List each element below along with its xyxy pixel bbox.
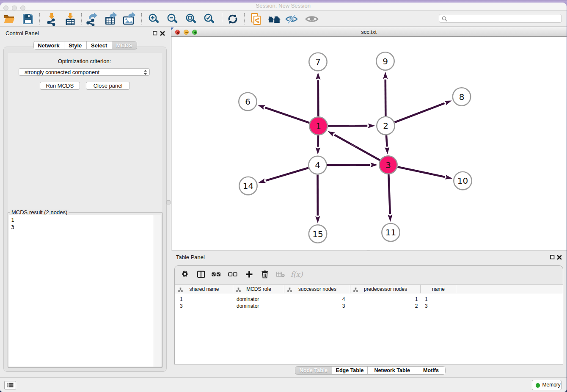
- table-cell: 1: [175, 296, 233, 303]
- toolbar-separator: [141, 13, 142, 25]
- edge-2-9[interactable]: [385, 80, 385, 116]
- node-label-14: 14: [242, 181, 253, 191]
- close-panel-button[interactable]: Close panel: [86, 82, 130, 90]
- memory-button[interactable]: Memory: [532, 380, 561, 390]
- table-settings-gear-icon[interactable]: [181, 271, 189, 279]
- table-panel-float-icon[interactable]: [549, 254, 555, 260]
- column-header-name[interactable]: name: [421, 285, 456, 294]
- network-frame-titlebar[interactable]: scc.txt: [171, 28, 567, 37]
- fx-label: f(x): [290, 270, 303, 279]
- search-input[interactable]: [449, 15, 559, 22]
- toolbar-separator: [39, 13, 40, 25]
- tab-mcds[interactable]: MCDS: [112, 41, 137, 49]
- network-frame: scc.txt 1234678910111415: [171, 28, 567, 251]
- chevron-up-down-icon: [143, 69, 147, 75]
- control-panel-close-icon[interactable]: [160, 30, 165, 36]
- result-scrollbar[interactable]: [154, 215, 161, 367]
- zoom-fit-icon[interactable]: [183, 11, 198, 27]
- zoom-in-icon[interactable]: [146, 11, 161, 27]
- open-session-icon[interactable]: [2, 11, 17, 27]
- node-label-1: 1: [316, 121, 321, 131]
- table-cell: 4: [284, 296, 350, 303]
- column-header-shared-name[interactable]: shared name: [175, 285, 233, 294]
- arrowhead-1-7: [316, 72, 320, 80]
- network-canvas[interactable]: 1234678910111415: [172, 37, 567, 251]
- zoom-selected-icon[interactable]: [201, 11, 217, 27]
- edge-1-6[interactable]: [265, 108, 309, 123]
- table-panel-tabs: Node TableEdge TableNetwork TableMotifs: [295, 366, 446, 375]
- arrowhead-1-6: [258, 105, 265, 110]
- mcds-result-textarea[interactable]: 13: [9, 215, 162, 367]
- edge-3-10[interactable]: [397, 167, 445, 177]
- tab-network[interactable]: Network: [34, 41, 64, 49]
- table-panel-close-icon[interactable]: [556, 254, 562, 260]
- edge-2-8[interactable]: [394, 103, 444, 122]
- column-header-successor-nodes[interactable]: successor nodes: [284, 285, 350, 294]
- tab-select[interactable]: Select: [87, 41, 112, 49]
- export-table-icon[interactable]: [103, 11, 118, 27]
- edge-1-7[interactable]: [318, 80, 318, 116]
- tab-network-table[interactable]: Network Table: [368, 367, 417, 374]
- optimization-criterion-value: strongly connected component: [25, 69, 99, 76]
- export-image-icon[interactable]: [121, 11, 137, 27]
- vertical-splitter-handle[interactable]: [166, 200, 171, 204]
- column-header-predecessor-nodes[interactable]: predecessor nodes: [350, 285, 421, 294]
- add-column-plus-icon[interactable]: [246, 271, 253, 278]
- edge-3-11[interactable]: [388, 174, 390, 214]
- zoom-out-icon[interactable]: [165, 11, 180, 27]
- function-builder-fx-icon: f(x): [290, 270, 303, 279]
- select-all-icon[interactable]: [212, 272, 221, 276]
- column-header-MCDS-role[interactable]: MCDS role: [233, 285, 284, 294]
- table-cell: 3: [421, 303, 456, 309]
- memory-status-dot-icon: [536, 383, 540, 388]
- import-network-icon[interactable]: [44, 11, 59, 27]
- deselect-all-icon[interactable]: [228, 272, 237, 276]
- arrowhead-4-15: [315, 216, 320, 223]
- hide-panel-eye-icon[interactable]: [284, 11, 299, 27]
- edge-2-3[interactable]: [386, 135, 387, 146]
- table-row[interactable]: 1dominator411: [175, 296, 563, 303]
- column-separator: [456, 285, 456, 294]
- export-network-icon[interactable]: [85, 11, 100, 27]
- refresh-layout-icon[interactable]: [225, 11, 240, 27]
- edge-4-14[interactable]: [265, 168, 308, 180]
- run-mcds-button[interactable]: Run MCDS: [40, 82, 80, 90]
- show-panel-eye-icon[interactable]: [304, 11, 319, 27]
- arrowhead-3-10: [445, 175, 452, 179]
- arrowhead-3-11: [388, 215, 392, 222]
- tab-node-table[interactable]: Node Table: [295, 367, 332, 374]
- tab-edge-table[interactable]: Edge Table: [332, 367, 368, 374]
- optimization-criterion-select[interactable]: strongly connected component: [19, 68, 150, 76]
- network-from-clipboard-icon[interactable]: [248, 11, 264, 27]
- import-table-icon[interactable]: [63, 11, 78, 27]
- delete-column-trash-icon[interactable]: [261, 271, 269, 279]
- edge-1-4[interactable]: [318, 135, 318, 147]
- table-cell: 2: [350, 303, 421, 309]
- save-session-icon[interactable]: [20, 11, 36, 27]
- result-line: 1: [9, 216, 162, 224]
- edge-label-smudge: [349, 125, 355, 126]
- arrowhead-1-2: [368, 124, 375, 128]
- result-line: 3: [9, 224, 162, 231]
- network-frame-title: scc.txt: [171, 28, 567, 37]
- table-cell: 1: [421, 296, 456, 303]
- task-history-button[interactable]: [4, 381, 16, 390]
- arrowhead-2-9: [383, 72, 388, 79]
- tab-motifs[interactable]: Motifs: [417, 367, 445, 374]
- tab-style[interactable]: Style: [64, 41, 87, 49]
- arrowhead-2-8: [444, 100, 451, 105]
- home-pages-icon[interactable]: [267, 11, 282, 27]
- node-label-2: 2: [383, 121, 388, 131]
- table-row[interactable]: 3dominator323: [175, 303, 563, 309]
- table-panel-title: Table Panel: [176, 254, 205, 260]
- control-panel-tabs: NetworkStyleSelectMCDS: [33, 41, 138, 50]
- node-label-9: 9: [383, 56, 388, 66]
- node-label-10: 10: [457, 176, 468, 186]
- optimization-criterion-label: Optimization criterion:: [0, 58, 169, 64]
- table-toolbar: f(x): [175, 266, 563, 284]
- show-columns-icon[interactable]: [197, 271, 205, 278]
- toolbar-separator: [244, 13, 245, 25]
- column-label: MCDS role: [233, 285, 284, 294]
- control-panel-float-icon[interactable]: [152, 30, 158, 36]
- edge-3-1[interactable]: [334, 135, 380, 160]
